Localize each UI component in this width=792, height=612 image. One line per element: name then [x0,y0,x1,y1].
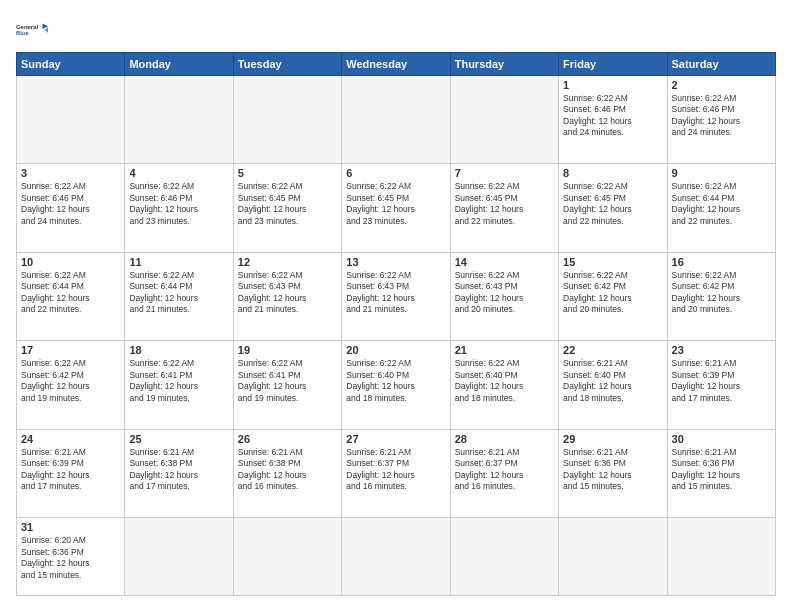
svg-text:General: General [16,24,38,30]
day-number: 28 [455,433,554,445]
logo: GeneralBlue [16,16,48,44]
day-number: 22 [563,344,662,356]
calendar-cell: 10Sunrise: 6:22 AM Sunset: 6:44 PM Dayli… [17,252,125,340]
day-info: Sunrise: 6:22 AM Sunset: 6:45 PM Dayligh… [455,181,554,227]
weekday-header-friday: Friday [559,53,667,76]
day-number: 29 [563,433,662,445]
calendar-cell: 20Sunrise: 6:22 AM Sunset: 6:40 PM Dayli… [342,341,450,429]
day-number: 15 [563,256,662,268]
day-info: Sunrise: 6:21 AM Sunset: 6:37 PM Dayligh… [455,447,554,493]
day-info: Sunrise: 6:22 AM Sunset: 6:44 PM Dayligh… [21,270,120,316]
weekday-header-tuesday: Tuesday [233,53,341,76]
day-number: 16 [672,256,771,268]
day-info: Sunrise: 6:22 AM Sunset: 6:40 PM Dayligh… [455,358,554,404]
page: GeneralBlue SundayMondayTuesdayWednesday… [0,0,792,612]
weekday-header-saturday: Saturday [667,53,775,76]
day-info: Sunrise: 6:22 AM Sunset: 6:46 PM Dayligh… [563,93,662,139]
weekday-header-thursday: Thursday [450,53,558,76]
day-info: Sunrise: 6:21 AM Sunset: 6:40 PM Dayligh… [563,358,662,404]
weekday-header-wednesday: Wednesday [342,53,450,76]
calendar-cell: 29Sunrise: 6:21 AM Sunset: 6:36 PM Dayli… [559,429,667,517]
day-info: Sunrise: 6:22 AM Sunset: 6:40 PM Dayligh… [346,358,445,404]
day-info: Sunrise: 6:22 AM Sunset: 6:46 PM Dayligh… [672,93,771,139]
calendar-cell: 16Sunrise: 6:22 AM Sunset: 6:42 PM Dayli… [667,252,775,340]
day-number: 9 [672,167,771,179]
calendar-cell: 11Sunrise: 6:22 AM Sunset: 6:44 PM Dayli… [125,252,233,340]
calendar-cell [559,518,667,596]
day-info: Sunrise: 6:22 AM Sunset: 6:46 PM Dayligh… [21,181,120,227]
calendar-cell [17,76,125,164]
day-info: Sunrise: 6:22 AM Sunset: 6:41 PM Dayligh… [238,358,337,404]
svg-text:Blue: Blue [16,30,30,36]
day-info: Sunrise: 6:22 AM Sunset: 6:43 PM Dayligh… [455,270,554,316]
calendar-cell [233,518,341,596]
calendar-cell: 8Sunrise: 6:22 AM Sunset: 6:45 PM Daylig… [559,164,667,252]
calendar-table: SundayMondayTuesdayWednesdayThursdayFrid… [16,52,776,596]
day-info: Sunrise: 6:22 AM Sunset: 6:45 PM Dayligh… [238,181,337,227]
day-number: 14 [455,256,554,268]
day-number: 23 [672,344,771,356]
day-info: Sunrise: 6:22 AM Sunset: 6:44 PM Dayligh… [672,181,771,227]
calendar-cell: 9Sunrise: 6:22 AM Sunset: 6:44 PM Daylig… [667,164,775,252]
generalblue-logo-icon: GeneralBlue [16,16,48,44]
day-number: 17 [21,344,120,356]
day-number: 24 [21,433,120,445]
svg-marker-3 [44,27,48,32]
calendar-cell: 27Sunrise: 6:21 AM Sunset: 6:37 PM Dayli… [342,429,450,517]
day-number: 4 [129,167,228,179]
calendar-cell [342,518,450,596]
calendar-cell: 5Sunrise: 6:22 AM Sunset: 6:45 PM Daylig… [233,164,341,252]
day-number: 18 [129,344,228,356]
day-info: Sunrise: 6:22 AM Sunset: 6:43 PM Dayligh… [238,270,337,316]
weekday-header-sunday: Sunday [17,53,125,76]
day-number: 20 [346,344,445,356]
calendar-cell: 17Sunrise: 6:22 AM Sunset: 6:42 PM Dayli… [17,341,125,429]
day-number: 13 [346,256,445,268]
day-number: 30 [672,433,771,445]
day-number: 25 [129,433,228,445]
day-info: Sunrise: 6:22 AM Sunset: 6:42 PM Dayligh… [563,270,662,316]
day-number: 19 [238,344,337,356]
calendar-cell: 19Sunrise: 6:22 AM Sunset: 6:41 PM Dayli… [233,341,341,429]
calendar-cell: 28Sunrise: 6:21 AM Sunset: 6:37 PM Dayli… [450,429,558,517]
calendar-cell: 14Sunrise: 6:22 AM Sunset: 6:43 PM Dayli… [450,252,558,340]
day-number: 1 [563,79,662,91]
calendar-cell [450,518,558,596]
calendar-cell: 22Sunrise: 6:21 AM Sunset: 6:40 PM Dayli… [559,341,667,429]
day-info: Sunrise: 6:20 AM Sunset: 6:36 PM Dayligh… [21,535,120,581]
day-number: 21 [455,344,554,356]
calendar-cell: 4Sunrise: 6:22 AM Sunset: 6:46 PM Daylig… [125,164,233,252]
day-number: 27 [346,433,445,445]
day-number: 5 [238,167,337,179]
day-number: 31 [21,521,120,533]
day-info: Sunrise: 6:21 AM Sunset: 6:39 PM Dayligh… [672,358,771,404]
calendar-cell: 2Sunrise: 6:22 AM Sunset: 6:46 PM Daylig… [667,76,775,164]
calendar-cell: 6Sunrise: 6:22 AM Sunset: 6:45 PM Daylig… [342,164,450,252]
calendar-cell [233,76,341,164]
calendar-cell [125,518,233,596]
day-info: Sunrise: 6:22 AM Sunset: 6:42 PM Dayligh… [21,358,120,404]
day-info: Sunrise: 6:21 AM Sunset: 6:37 PM Dayligh… [346,447,445,493]
day-number: 26 [238,433,337,445]
calendar-cell: 7Sunrise: 6:22 AM Sunset: 6:45 PM Daylig… [450,164,558,252]
calendar-cell: 31Sunrise: 6:20 AM Sunset: 6:36 PM Dayli… [17,518,125,596]
day-info: Sunrise: 6:22 AM Sunset: 6:43 PM Dayligh… [346,270,445,316]
calendar-cell: 26Sunrise: 6:21 AM Sunset: 6:38 PM Dayli… [233,429,341,517]
day-number: 10 [21,256,120,268]
calendar-cell: 25Sunrise: 6:21 AM Sunset: 6:38 PM Dayli… [125,429,233,517]
day-info: Sunrise: 6:22 AM Sunset: 6:45 PM Dayligh… [563,181,662,227]
day-info: Sunrise: 6:22 AM Sunset: 6:46 PM Dayligh… [129,181,228,227]
header: GeneralBlue [16,16,776,44]
day-info: Sunrise: 6:22 AM Sunset: 6:41 PM Dayligh… [129,358,228,404]
calendar-cell: 12Sunrise: 6:22 AM Sunset: 6:43 PM Dayli… [233,252,341,340]
calendar-cell [450,76,558,164]
calendar-cell: 30Sunrise: 6:21 AM Sunset: 6:36 PM Dayli… [667,429,775,517]
day-number: 2 [672,79,771,91]
calendar-cell: 24Sunrise: 6:21 AM Sunset: 6:39 PM Dayli… [17,429,125,517]
calendar-cell: 3Sunrise: 6:22 AM Sunset: 6:46 PM Daylig… [17,164,125,252]
weekday-header-monday: Monday [125,53,233,76]
calendar-cell: 18Sunrise: 6:22 AM Sunset: 6:41 PM Dayli… [125,341,233,429]
calendar-cell [125,76,233,164]
calendar-cell: 1Sunrise: 6:22 AM Sunset: 6:46 PM Daylig… [559,76,667,164]
calendar-cell [342,76,450,164]
